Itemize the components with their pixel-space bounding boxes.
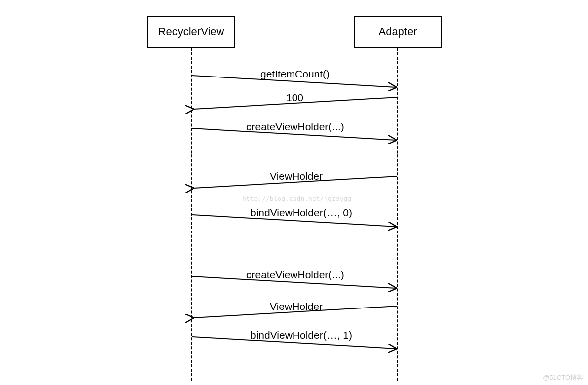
footer-watermark: @51CTO博客 [543, 373, 583, 382]
msg-createviewholder-2: createViewHolder(...) [246, 269, 344, 281]
msg-bindviewholder-1: bindViewHolder(…, 1) [250, 329, 352, 341]
msg-return-viewholder-1: ViewHolder [270, 170, 323, 182]
msg-createviewholder-1: createViewHolder(...) [246, 121, 344, 133]
msg-return-viewholder-2: ViewHolder [270, 301, 323, 312]
center-watermark: http://blog.csdn.net/jgzsygg [242, 195, 351, 202]
arrows-layer [0, 0, 588, 385]
msg-bindviewholder-0: bindViewHolder(…, 0) [250, 207, 352, 219]
sequence-diagram: RecyclerView Adapter getI [0, 0, 588, 385]
msg-return-count: 100 [286, 92, 303, 104]
msg-getitemcount: getItemCount() [260, 68, 330, 80]
